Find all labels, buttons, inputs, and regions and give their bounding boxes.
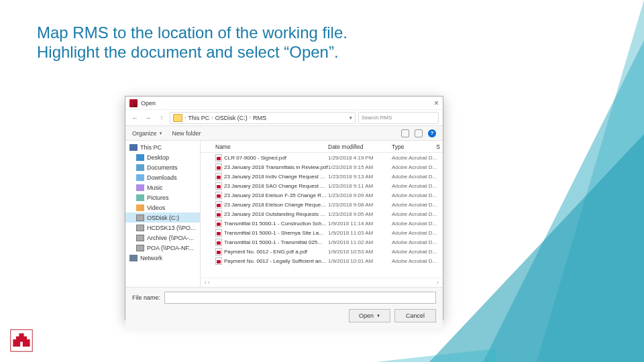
sidebar-item-label: Archive (\\POA-...	[147, 235, 194, 241]
help-icon[interactable]: ?	[428, 129, 436, 137]
chevron-down-icon: ▼	[376, 314, 380, 318]
pdf-icon	[215, 229, 222, 237]
file-row[interactable]: 23 January 2018 Transmittals in Review.p…	[201, 162, 443, 172]
dialog-toolbar: Organize ▼ New folder ?	[125, 126, 443, 141]
file-date: 1/23/2018 9:13 AM	[328, 174, 392, 180]
sidebar-item-label: This PC	[140, 144, 162, 151]
file-type: Adobe Acrobat D...	[392, 230, 443, 236]
drive-icon	[136, 225, 144, 231]
col-type[interactable]: Type	[392, 143, 433, 150]
net-icon	[129, 255, 138, 261]
file-date: 1/9/2018 11:14 AM	[328, 221, 392, 227]
scroll-right-icon[interactable]: ›	[437, 280, 439, 286]
sidebar-item[interactable]: Archive (\\POA-...	[125, 233, 200, 243]
file-name: CLR 07-9000 - Signed.pdf	[224, 155, 286, 161]
svg-marker-2	[429, 134, 644, 362]
file-row[interactable]: Transmittal 01 5000-1 - Construction Sch…	[201, 219, 443, 228]
file-name: Payment No. 0012 - Legally Sufficient an…	[224, 258, 326, 264]
sidebar-item[interactable]: OSDisk (C:)	[125, 213, 200, 223]
file-row[interactable]: Payment No. 0012 - Legally Sufficient an…	[201, 256, 443, 265]
preview-pane-icon[interactable]	[415, 129, 423, 137]
sidebar-item-label: Network	[140, 255, 162, 261]
file-row[interactable]: 23 January 2018 Indiv Change Request Re.…	[201, 172, 443, 181]
file-list-header: Name Date modified Type S	[201, 141, 443, 153]
close-icon[interactable]: ×	[434, 99, 439, 108]
title-line-2: Highlight the document and select “Open”…	[37, 43, 347, 62]
svg-marker-1	[483, 40, 644, 362]
file-date: 1/23/2018 9:15 AM	[328, 164, 392, 170]
sidebar-item[interactable]: Music	[125, 182, 200, 192]
file-type: Adobe Acrobat D...	[392, 192, 443, 198]
file-name: 23 January 2018 Transmittals in Review.p…	[224, 164, 328, 170]
sidebar-item[interactable]: Pictures	[125, 192, 200, 202]
sidebar-item[interactable]: Videos	[125, 202, 200, 213]
file-row[interactable]: 23 January 2018 SAO Change Request Re...…	[201, 181, 443, 190]
breadcrumb[interactable]: › This PC › OSDisk (C:) › RMS ▾	[170, 112, 356, 124]
col-st[interactable]: S	[433, 143, 443, 150]
pdf-icon	[215, 164, 222, 171]
file-row[interactable]: Transmittal 01 5000-1 - Transmittal 025.…	[201, 237, 443, 247]
sidebar-item[interactable]: Desktop	[125, 152, 200, 162]
sidebar-item[interactable]: Network	[125, 253, 200, 263]
file-name: Transmittal 01 5000-1 - Transmittal 025.…	[224, 239, 322, 245]
pdf-icon	[215, 192, 222, 199]
file-row[interactable]: 23 January 2018 Eielson Change Request .…	[201, 200, 443, 209]
sidebar-item[interactable]: Documents	[125, 162, 200, 172]
sidebar-item[interactable]: Downloads	[125, 172, 200, 182]
drive-icon	[136, 235, 144, 241]
slide-title: Map RMS to the location of the working f…	[37, 23, 347, 62]
breadcrumb-part[interactable]: RMS	[253, 115, 266, 121]
file-row[interactable]: 23 January 2018 Eielson F-35 Change Req.…	[201, 190, 443, 200]
view-options-icon[interactable]	[401, 129, 409, 137]
sidebar-item[interactable]: POA (\\POA-NF...	[125, 243, 200, 253]
file-row[interactable]: Transmittal 01 5000-1 - Shemya Site La..…	[201, 228, 443, 237]
nav-up-icon[interactable]: ↑	[156, 113, 167, 123]
file-type: Adobe Acrobat D...	[392, 221, 443, 227]
file-date: 1/9/2018 11:02 AM	[328, 239, 392, 245]
sidebar-item[interactable]: HCDSK13 (\\PO...	[125, 223, 200, 233]
new-folder-button[interactable]: New folder	[172, 130, 201, 137]
dialog-footer: File name: Open ▼ Cancel	[125, 287, 443, 329]
file-type: Adobe Acrobat D...	[392, 211, 443, 217]
open-button[interactable]: Open ▼	[349, 309, 390, 322]
title-line-1: Map RMS to the location of the working f…	[37, 23, 347, 43]
pdf-icon	[215, 201, 222, 208]
sidebar: This PCDesktopDocumentsDownloadsMusicPic…	[125, 141, 201, 287]
file-date: 1/23/2018 9:11 AM	[328, 183, 392, 189]
sidebar-item-label: HCDSK13 (\\PO...	[147, 225, 196, 231]
file-date: 1/9/2018 10:01 AM	[328, 258, 392, 264]
sidebar-item[interactable]: This PC	[125, 142, 200, 152]
usace-logo	[9, 328, 34, 353]
breadcrumb-part[interactable]: This PC	[188, 115, 209, 121]
dialog-nav: ← → ↑ › This PC › OSDisk (C:) › RMS ▾ Se…	[125, 110, 443, 126]
file-row[interactable]: Payment No. 0012 - ENG.pdf a.pdf1/9/2018…	[201, 247, 443, 256]
file-date: 1/23/2018 9:05 AM	[328, 211, 392, 217]
nav-back-icon[interactable]: ←	[129, 113, 140, 123]
file-row[interactable]: CLR 07-9000 - Signed.pdf1/29/2018 4:19 P…	[201, 153, 443, 162]
pdf-icon	[215, 173, 222, 180]
pdf-icon	[215, 257, 222, 265]
file-type: Adobe Acrobat D...	[392, 239, 443, 245]
file-row[interactable]: 23 January 2018 Outstanding Requests Fo.…	[201, 209, 443, 219]
pdf-icon	[215, 154, 222, 162]
nav-forward-icon[interactable]: →	[143, 113, 154, 123]
organize-button[interactable]: Organize ▼	[132, 130, 162, 137]
col-name[interactable]: Name	[214, 143, 328, 150]
chevron-down-icon[interactable]: ▾	[350, 115, 352, 121]
file-date: 1/23/2018 9:09 AM	[328, 192, 392, 198]
music-icon	[136, 184, 144, 191]
dialog-title: Open	[141, 100, 156, 107]
col-date[interactable]: Date modified	[328, 143, 392, 150]
cancel-button[interactable]: Cancel	[394, 309, 436, 322]
search-input[interactable]: Search RMS	[358, 112, 439, 124]
dialog-titlebar: Open ×	[125, 97, 443, 110]
file-date: 1/9/2018 11:03 AM	[328, 230, 392, 236]
sidebar-item-label: POA (\\POA-NF...	[147, 245, 194, 251]
sidebar-item-label: OSDisk (C:)	[147, 215, 179, 221]
scroll-left-icon[interactable]: ‹ ‹	[205, 280, 210, 286]
pdf-icon	[215, 210, 222, 218]
filename-input[interactable]	[164, 292, 436, 304]
breadcrumb-part[interactable]: OSDisk (C:)	[215, 115, 248, 121]
horizontal-scrollbar[interactable]: ‹ ‹ ›	[201, 278, 443, 287]
filename-label: File name:	[132, 294, 160, 301]
